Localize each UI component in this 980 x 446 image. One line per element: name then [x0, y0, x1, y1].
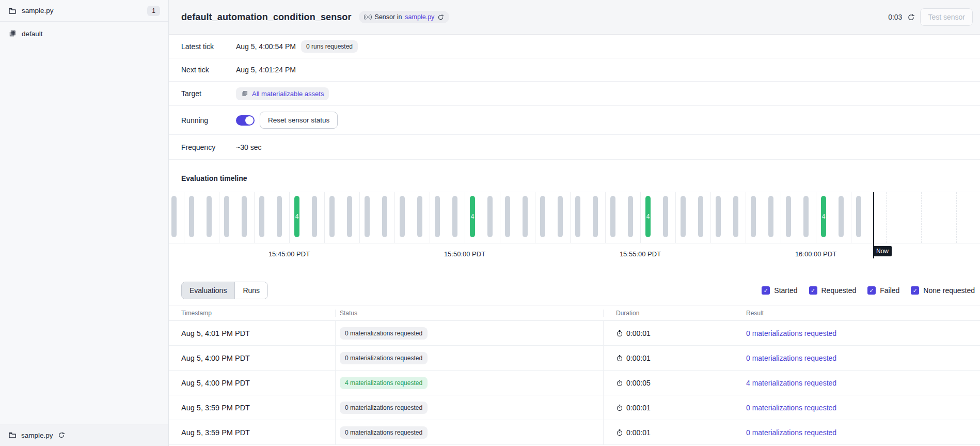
column-header-duration: Duration: [603, 310, 735, 317]
filter-started[interactable]: ✓Started: [762, 286, 797, 295]
timeline-bar-none[interactable]: [505, 196, 510, 237]
tab-runs[interactable]: Runs: [234, 282, 267, 299]
timeline-bar-none[interactable]: [171, 196, 177, 237]
timeline-bar-none[interactable]: [698, 196, 703, 237]
timeline-bar-requested[interactable]: 4: [294, 196, 299, 237]
timeline-axis-label: 15:45:00 PDT: [268, 250, 310, 258]
evaluation-row[interactable]: Aug 5, 4:00 PM PDT4 materializations req…: [169, 371, 980, 395]
row-result-cell: 0 materializations requested: [735, 346, 980, 370]
asset-group-label: default: [22, 30, 43, 38]
timeline-bar-none[interactable]: [487, 196, 493, 237]
timeline-bar-none[interactable]: [803, 196, 809, 237]
timeline-bar-none[interactable]: [242, 196, 247, 237]
timeline-bar-none[interactable]: [856, 196, 861, 237]
evaluation-row[interactable]: Aug 5, 3:59 PM PDT0 materializations req…: [169, 420, 980, 445]
timeline-bar-count: 4: [471, 213, 475, 220]
timeline-gridline: [746, 192, 746, 243]
timeline-bar-none[interactable]: [400, 196, 405, 237]
stopwatch-icon: [616, 404, 623, 411]
timeline-bar-none[interactable]: [751, 196, 756, 237]
timeline-bar-none[interactable]: [628, 196, 633, 237]
timeline-bar-none[interactable]: [523, 196, 528, 237]
sidebar-footer: sample.py: [0, 424, 168, 446]
row-result-link[interactable]: 0 materializations requested: [746, 354, 836, 362]
timeline-bar-none[interactable]: [681, 196, 686, 237]
evaluation-row[interactable]: Aug 5, 4:00 PM PDT0 materializations req…: [169, 346, 980, 371]
timeline-bar-none[interactable]: [259, 196, 264, 237]
detail-row-frequency: Frequency ~30 sec: [169, 135, 980, 160]
row-timestamp: Aug 5, 3:59 PM PDT: [169, 395, 335, 420]
timeline-bar-none[interactable]: [207, 196, 212, 237]
timeline-bar-none[interactable]: [382, 196, 387, 237]
timeline-bar-none[interactable]: [733, 196, 738, 237]
row-duration: 0:00:01: [626, 329, 651, 337]
timeline-bar-none[interactable]: [435, 196, 440, 237]
timeline-bar-none[interactable]: [540, 196, 545, 237]
timeline-gridline: [289, 192, 290, 243]
timeline-bar-none[interactable]: [786, 196, 791, 237]
timeline-bar-none[interactable]: [768, 196, 773, 237]
timeline-bar-requested[interactable]: 4: [645, 196, 651, 237]
timeline-bar-none[interactable]: [312, 196, 317, 237]
timeline-bar-none[interactable]: [839, 196, 844, 237]
timeline-bar-none[interactable]: [189, 196, 194, 237]
evaluation-row[interactable]: Aug 5, 3:59 PM PDT0 materializations req…: [169, 395, 980, 420]
evaluations-table: Timestamp Status Duration Result Aug 5, …: [169, 305, 980, 445]
latest-tick-time: Aug 5, 4:00:54 PM: [236, 42, 296, 51]
filter-requested[interactable]: ✓Requested: [809, 286, 857, 295]
sidebar-item-code-location[interactable]: sample.py 1: [0, 0, 168, 22]
main-content: default_automation_condition_sensor Sens…: [169, 0, 980, 446]
sensor-origin-link[interactable]: sample.py: [405, 13, 434, 21]
row-duration: 0:00:01: [626, 354, 651, 362]
timeline-bar-requested[interactable]: 4: [470, 196, 475, 237]
asset-group-icon: [241, 90, 248, 97]
timeline-gridline: [500, 192, 500, 243]
row-result-link[interactable]: 0 materializations requested: [746, 404, 836, 412]
filter-label: None requested: [923, 286, 975, 295]
timeline-bar-none[interactable]: [347, 196, 352, 237]
row-result-link[interactable]: 0 materializations requested: [746, 428, 836, 437]
row-status-badge: 4 materializations requested: [340, 377, 428, 389]
checkbox-failed[interactable]: ✓: [867, 286, 876, 295]
evaluation-row[interactable]: Aug 5, 4:01 PM PDT0 materializations req…: [169, 321, 980, 346]
timeline-bar-none[interactable]: [593, 196, 598, 237]
checkbox-requested[interactable]: ✓: [809, 286, 817, 295]
checkbox-none-requested[interactable]: ✓: [911, 286, 919, 295]
sidebar-item-asset-group-default[interactable]: default: [0, 22, 168, 45]
refresh-now-button[interactable]: [907, 13, 915, 21]
row-status-badge: 0 materializations requested: [340, 327, 428, 340]
timeline-bar-none[interactable]: [329, 196, 335, 237]
timeline-bar-none[interactable]: [365, 196, 370, 237]
timeline-bar-none[interactable]: [224, 196, 229, 237]
sensor-icon: [364, 14, 372, 20]
timeline-bar-none[interactable]: [716, 196, 721, 237]
timeline-bar-none[interactable]: [417, 196, 422, 237]
test-sensor-button[interactable]: Test sensor: [920, 8, 973, 26]
tab-evaluations[interactable]: Evaluations: [182, 282, 234, 299]
checkbox-started[interactable]: ✓: [762, 286, 770, 295]
reload-code-location-button[interactable]: [58, 432, 65, 439]
timeline-bar-none[interactable]: [558, 196, 563, 237]
timeline-bar-none[interactable]: [663, 196, 668, 237]
timeline-axis-label: 15:50:00 PDT: [444, 250, 485, 258]
timeline-bar-none[interactable]: [575, 196, 580, 237]
timeline-bar-none[interactable]: [277, 196, 282, 237]
filter-failed[interactable]: ✓Failed: [867, 286, 899, 295]
running-toggle[interactable]: [236, 115, 255, 126]
detail-label: Next tick: [169, 58, 229, 81]
reset-sensor-status-button[interactable]: Reset sensor status: [260, 112, 338, 129]
timeline-bar-none[interactable]: [610, 196, 615, 237]
target-assets-pill[interactable]: All materializable assets: [236, 87, 329, 100]
row-duration-cell: 0:00:01: [603, 395, 735, 420]
controls-row: Evaluations Runs ✓Started✓Requested✓Fail…: [169, 282, 980, 299]
target-assets-link[interactable]: All materializable assets: [252, 90, 324, 98]
header-actions: 0:03 Test sensor: [888, 8, 973, 26]
timeline-bar-requested[interactable]: 4: [821, 196, 826, 237]
row-result-cell: 0 materializations requested: [735, 395, 980, 420]
reload-sensor-button[interactable]: [437, 14, 444, 21]
filter-none-requested[interactable]: ✓None requested: [911, 286, 975, 295]
folder-icon: [8, 7, 17, 15]
timeline-bar-none[interactable]: [452, 196, 457, 237]
row-result-link[interactable]: 4 materializations requested: [746, 379, 836, 387]
row-result-link[interactable]: 0 materializations requested: [746, 329, 836, 337]
